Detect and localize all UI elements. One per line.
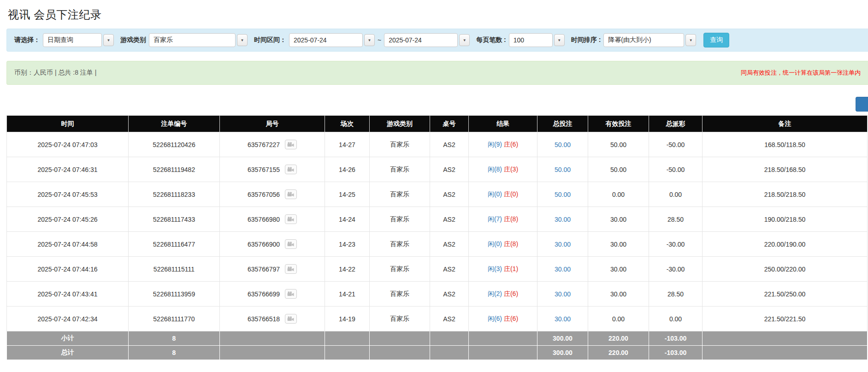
column-header: 时间 [7, 116, 129, 132]
per-page-label: 每页笔数 : [476, 36, 506, 44]
cell-round-id: 635766699 [220, 282, 325, 307]
footer-cell [703, 346, 868, 360]
cell-time: 2025-07-24 07:44:58 [7, 232, 129, 257]
total-bet-link[interactable]: 30.00 [555, 216, 571, 223]
cell-time: 2025-07-24 07:46:31 [7, 157, 129, 182]
cell-session: 14-21 [325, 282, 370, 307]
footer-cell: 8 [129, 346, 220, 360]
query-type-caret-button[interactable]: ▼ [103, 34, 114, 46]
cell-total-bet: 30.00 [537, 207, 588, 232]
video-replay-icon[interactable] [285, 165, 297, 174]
date-from-caret-button[interactable]: ▼ [364, 34, 375, 46]
footer-cell: -103.00 [649, 346, 703, 360]
video-replay-icon[interactable] [285, 140, 297, 149]
cell-game-type: 百家乐 [370, 232, 430, 257]
result-player: 闲(3) [488, 265, 502, 272]
total-bet-link[interactable]: 30.00 [555, 290, 571, 298]
date-from-combo: ▼ [289, 33, 375, 47]
table-header-row: 时间注单编号局号场次游戏类别桌号结果总投注有效投注总派彩备注 [7, 116, 868, 132]
cell-payout: -30.00 [649, 232, 703, 257]
select-type-label: 请选择： [14, 36, 40, 44]
result-banker: 庄(6) [504, 290, 518, 297]
total-bet-link[interactable]: 30.00 [555, 266, 571, 273]
cell-result: 闲(2) 庄(6) [469, 282, 537, 307]
cell-session: 14-26 [325, 157, 370, 182]
search-button[interactable]: 查询 [703, 33, 729, 47]
per-page-input[interactable] [509, 33, 553, 47]
cell-round-id: 635766900 [220, 232, 325, 257]
sort-label: 时间排序 : [571, 36, 601, 44]
cell-table-no: AS2 [430, 207, 469, 232]
video-replay-icon[interactable] [285, 264, 297, 274]
video-replay-icon[interactable] [285, 314, 297, 324]
column-header: 场次 [325, 116, 370, 132]
total-bet-link[interactable]: 50.00 [555, 141, 571, 148]
round-id-text: 635767227 [248, 141, 280, 148]
footer-cell [325, 331, 370, 346]
cell-session: 14-25 [325, 182, 370, 207]
cell-remark: 221.50/250.00 [703, 282, 868, 307]
round-id-text: 635767155 [248, 166, 280, 173]
sort-input[interactable] [603, 33, 684, 47]
filter-bar: 请选择： ▼ 游戏类别 ▼ 时间区间： ▼ ~ ▼ 每页笔数 : ▼ 时间排序 … [6, 29, 868, 52]
column-header: 结果 [469, 116, 537, 132]
video-replay-icon[interactable] [285, 214, 297, 224]
video-replay-icon[interactable] [285, 189, 297, 199]
cell-table-no: AS2 [430, 282, 469, 307]
cell-round-id: 635766797 [220, 257, 325, 282]
cell-game-type: 百家乐 [370, 182, 430, 207]
footer-cell [469, 331, 537, 346]
cell-round-id: 635766980 [220, 207, 325, 232]
total-bet-link[interactable]: 50.00 [555, 191, 571, 198]
chevron-down-icon: ▼ [368, 38, 372, 42]
query-type-input[interactable] [43, 33, 102, 47]
query-type-combo: ▼ [43, 33, 114, 47]
cell-valid-bet: 30.00 [588, 232, 649, 257]
round-id-text: 635767056 [248, 191, 280, 198]
footer-row: 总计8300.00220.00-103.00 [7, 346, 868, 360]
cell-table-no: AS2 [430, 157, 469, 182]
cell-payout: -30.00 [649, 257, 703, 282]
per-page-caret-button[interactable]: ▼ [554, 34, 565, 46]
cell-bet-id: 522681113959 [129, 282, 220, 307]
cell-valid-bet: 50.00 [588, 157, 649, 182]
result-banker: 庄(3) [504, 165, 518, 173]
footer-cell: 220.00 [588, 331, 649, 346]
video-replay-icon[interactable] [285, 289, 297, 299]
cell-session: 14-27 [325, 132, 370, 157]
game-type-caret-button[interactable]: ▼ [237, 34, 248, 46]
cell-round-id: 635767056 [220, 182, 325, 207]
clipped-action-button[interactable] [856, 97, 868, 112]
chevron-down-icon: ▼ [463, 38, 466, 42]
video-replay-icon[interactable] [285, 239, 297, 249]
chevron-down-icon: ▼ [241, 38, 244, 42]
cell-game-type: 百家乐 [370, 307, 430, 331]
cell-remark: 218.50/218.50 [703, 182, 868, 207]
total-bet-link[interactable]: 50.00 [555, 166, 571, 173]
column-header: 游戏类别 [370, 116, 430, 132]
cell-table-no: AS2 [430, 307, 469, 331]
cell-bet-id: 522681117433 [129, 207, 220, 232]
cell-remark: 220.00/190.00 [703, 232, 868, 257]
cell-bet-id: 522681119482 [129, 157, 220, 182]
cell-time: 2025-07-24 07:45:26 [7, 207, 129, 232]
result-banker: 庄(6) [504, 315, 518, 322]
table-row: 2025-07-24 07:47:03 522681120426 6357672… [7, 132, 868, 157]
cell-bet-id: 522681115111 [129, 257, 220, 282]
total-bet-link[interactable]: 30.00 [555, 241, 571, 248]
round-id-text: 635766900 [248, 241, 280, 248]
sort-caret-button[interactable]: ▼ [685, 34, 696, 46]
game-type-input[interactable] [149, 33, 236, 47]
date-to-caret-button[interactable]: ▼ [459, 34, 470, 46]
cell-valid-bet: 50.00 [588, 132, 649, 157]
cell-time: 2025-07-24 07:47:03 [7, 132, 129, 157]
date-to-input[interactable] [384, 33, 458, 47]
cell-table-no: AS2 [430, 257, 469, 282]
cell-total-bet: 30.00 [537, 282, 588, 307]
total-bet-link[interactable]: 30.00 [555, 315, 571, 323]
cell-payout: -50.00 [649, 157, 703, 182]
cell-round-id: 635767227 [220, 132, 325, 157]
footer-cell [703, 331, 868, 346]
date-from-input[interactable] [289, 33, 363, 47]
game-type-combo: ▼ [149, 33, 248, 47]
